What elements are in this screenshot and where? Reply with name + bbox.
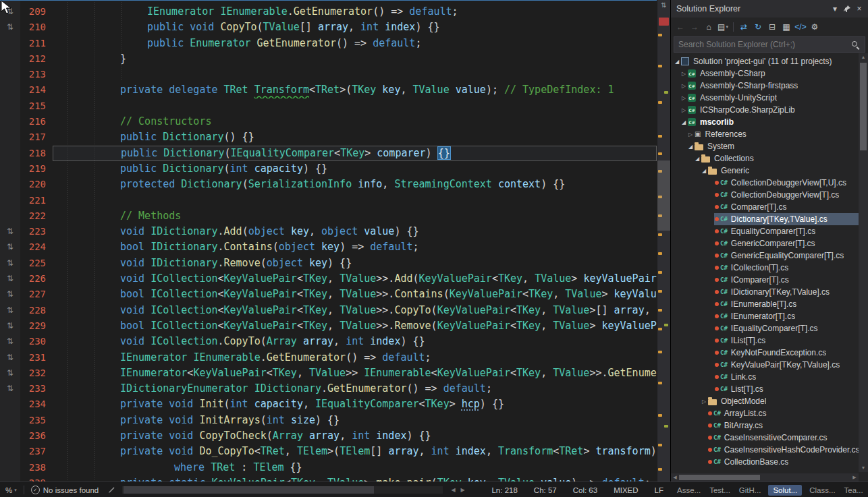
search-input[interactable] xyxy=(674,40,851,49)
tree-item[interactable]: C#IEnumerator[T].cs xyxy=(671,310,859,322)
sync-with-active-document-icon[interactable]: ⇄ xyxy=(737,20,751,34)
tree-item[interactable]: ▷C#Assembly-CSharp xyxy=(671,67,859,80)
back-icon[interactable]: ← xyxy=(674,20,687,34)
expand-arrow-icon[interactable]: ▷ xyxy=(680,71,687,77)
zoom-control[interactable]: % ▾ xyxy=(0,486,22,494)
implements-indicator-icon[interactable]: ⇅ xyxy=(0,224,20,239)
tool-window-tab[interactable]: Tea... xyxy=(843,485,865,496)
tree-item[interactable]: ◢Solution 'project-gui' (11 of 11 projec… xyxy=(671,55,859,67)
scrollbar-thumb[interactable] xyxy=(679,475,760,480)
tool-window-tab[interactable]: GitH... xyxy=(738,485,763,496)
scrollbar-thumb[interactable] xyxy=(860,63,867,150)
expand-arrow-icon[interactable]: ▷ xyxy=(680,95,687,101)
expand-arrow-icon[interactable]: ◢ xyxy=(687,144,694,150)
code-text[interactable]: public Enumerator GetEnumerator() => def… xyxy=(53,36,657,51)
expand-arrow-icon[interactable]: ◢ xyxy=(674,59,680,65)
code-text[interactable]: private void Do_CopyTo<TRet, TElem>(TEle… xyxy=(53,444,657,459)
implements-indicator-icon[interactable]: ⇅ xyxy=(0,318,20,334)
tree-item[interactable]: C#BitArray.cs xyxy=(671,419,859,432)
code-text[interactable]: private static KeyValuePair<TKey, TValue… xyxy=(53,475,657,481)
scrollbar-thumb[interactable] xyxy=(124,486,374,494)
code-text[interactable]: public Dictionary(IEqualityComparer<TKey… xyxy=(53,146,657,161)
tree-item[interactable]: C#IEnumerable[T].cs xyxy=(671,298,859,310)
code-line[interactable]: ⇅209IEnumerator IEnumerable.GetEnumerato… xyxy=(0,4,657,20)
code-line[interactable]: ⇅233IDictionaryEnumerator IDictionary.Ge… xyxy=(0,381,657,397)
code-text[interactable]: private void CopyToCheck(Array array, in… xyxy=(53,428,657,444)
code-text[interactable]: private void Init(int capacity, IEqualit… xyxy=(53,397,657,412)
code-text[interactable]: public Dictionary() {} xyxy=(53,129,657,145)
tree-item[interactable]: C#CaseInsensitiveComparer.cs xyxy=(671,432,859,444)
se-hscroll-track[interactable] xyxy=(679,474,850,481)
scrollbar-thumb[interactable] xyxy=(657,160,670,231)
cursor-column[interactable]: Col: 63 xyxy=(573,486,597,494)
code-text[interactable]: void ICollection<KeyValuePair<TKey, TVal… xyxy=(53,271,657,287)
implements-indicator-icon[interactable]: ⇅ xyxy=(0,20,20,35)
code-line[interactable]: 235private void InitArrays(int size) {} xyxy=(0,413,657,428)
code-line[interactable]: 215 xyxy=(0,98,657,114)
tree-item[interactable]: C#IDictionary[TKey,TValue].cs xyxy=(671,286,859,298)
code-line[interactable]: ⇅226void ICollection<KeyValuePair<TKey, … xyxy=(0,271,657,287)
tree-item[interactable]: ▷C#Assembly-UnityScript xyxy=(671,92,859,104)
se-horizontal-scrollbar[interactable]: ◀ ▶ xyxy=(671,473,859,481)
tool-window-tab[interactable]: Test... xyxy=(708,485,732,496)
toolbar-options-icon[interactable]: ▾ xyxy=(829,3,841,15)
tool-window-tab[interactable]: Asse... xyxy=(676,485,702,496)
tree-item[interactable]: ◢Generic xyxy=(671,165,859,177)
code-line[interactable]: 234private void Init(int capacity, IEqua… xyxy=(0,397,657,412)
scroll-down-icon[interactable]: ▼ xyxy=(859,464,868,472)
view-code-icon[interactable]: </> xyxy=(794,20,807,34)
code-text[interactable]: where TRet : TElem {} xyxy=(53,460,657,475)
tree-item[interactable]: C#GenericComparer[T].cs xyxy=(671,237,859,250)
health-indicator[interactable]: ✓ No issues found xyxy=(26,486,104,494)
code-line[interactable]: ⇅228void ICollection<KeyValuePair<TKey, … xyxy=(0,303,657,318)
expand-arrow-icon[interactable]: ▷ xyxy=(680,107,687,113)
implements-indicator-icon[interactable]: ⇅ xyxy=(0,256,20,271)
tree-item[interactable]: ◢System xyxy=(671,140,859,152)
code-text[interactable] xyxy=(53,193,657,208)
code-line[interactable]: 211public Enumerator GetEnumerator() => … xyxy=(0,36,657,51)
code-text[interactable]: bool ICollection<KeyValuePair<TKey, TVal… xyxy=(53,287,657,302)
expand-arrow-icon[interactable]: ▷ xyxy=(687,131,694,138)
code-line[interactable]: 217public Dictionary() {} xyxy=(0,129,657,145)
code-text[interactable]: public void CopyTo(TValue[] array, int i… xyxy=(53,20,657,35)
code-text[interactable]: // Methods xyxy=(53,208,657,224)
implements-indicator-icon[interactable]: ⇅ xyxy=(0,271,20,287)
code-text[interactable]: private delegate TRet Transform<TRet>(TK… xyxy=(53,82,657,98)
scroll-up-icon[interactable]: ▲ xyxy=(859,53,868,61)
scroll-right-icon[interactable]: ▶ xyxy=(458,487,467,493)
code-line[interactable]: 221 xyxy=(0,193,657,208)
code-line[interactable]: 213 xyxy=(0,67,657,82)
code-text[interactable]: public Dictionary(int capacity) {} xyxy=(53,161,657,177)
tree-item[interactable]: C#CollectionDebuggerView[T].cs xyxy=(671,189,859,201)
tree-item[interactable]: ▷ObjectModel xyxy=(671,395,859,407)
code-line[interactable]: 236private void CopyToCheck(Array array,… xyxy=(0,428,657,444)
code-line[interactable]: 216// Constructors xyxy=(0,114,657,129)
tree-item[interactable]: C#GenericEqualityComparer[T].cs xyxy=(671,250,859,262)
code-text[interactable]: void ICollection.CopyTo(Array array, int… xyxy=(53,334,657,349)
expand-arrow-icon[interactable]: ▷ xyxy=(701,399,707,405)
implements-indicator-icon[interactable]: ⇅ xyxy=(0,381,20,397)
code-line[interactable]: ⇅227bool ICollection<KeyValuePair<TKey, … xyxy=(0,287,657,302)
tree-item[interactable]: C#ArrayList.cs xyxy=(671,407,859,419)
code-text[interactable]: bool IDictionary.Contains(object key) =>… xyxy=(53,239,657,255)
code-line[interactable]: 237private void Do_CopyTo<TRet, TElem>(T… xyxy=(0,444,657,459)
tree-item[interactable]: C#EqualityComparer[T].cs xyxy=(671,225,859,237)
code-text[interactable]: bool ICollection<KeyValuePair<TKey, TVal… xyxy=(53,318,657,334)
refresh-icon[interactable]: ↻ xyxy=(751,20,765,34)
code-line[interactable]: 219public Dictionary(int capacity) {} xyxy=(0,161,657,177)
tree-item[interactable]: C#Dictionary[TKey,TValue].cs xyxy=(671,213,859,225)
implements-indicator-icon[interactable]: ⇅ xyxy=(0,334,20,349)
code-line[interactable]: 238where TRet : TElem {} xyxy=(0,460,657,475)
code-text[interactable]: void IDictionary.Remove(object key) {} xyxy=(53,256,657,271)
eol-indicator[interactable]: LF xyxy=(655,486,663,494)
tree-item[interactable]: C#CollectionDebuggerView[T,U].cs xyxy=(671,177,859,189)
scroll-left-icon[interactable]: ◀ xyxy=(671,475,679,480)
code-text[interactable]: IDictionaryEnumerator IDictionary.GetEnu… xyxy=(53,381,657,397)
code-text[interactable]: IEnumerator<KeyValuePair<TKey, TValue>> … xyxy=(53,366,657,381)
horizontal-scrollbar[interactable] xyxy=(122,486,443,494)
scroll-right-icon[interactable]: ▶ xyxy=(850,475,859,480)
code-line[interactable]: ⇅231IEnumerator IEnumerable.GetEnumerato… xyxy=(0,350,657,366)
expand-arrow-icon[interactable]: ◢ xyxy=(701,168,707,174)
overview-ruler[interactable]: ⇅ xyxy=(657,0,670,481)
properties-icon[interactable]: ⚙ xyxy=(808,20,821,34)
